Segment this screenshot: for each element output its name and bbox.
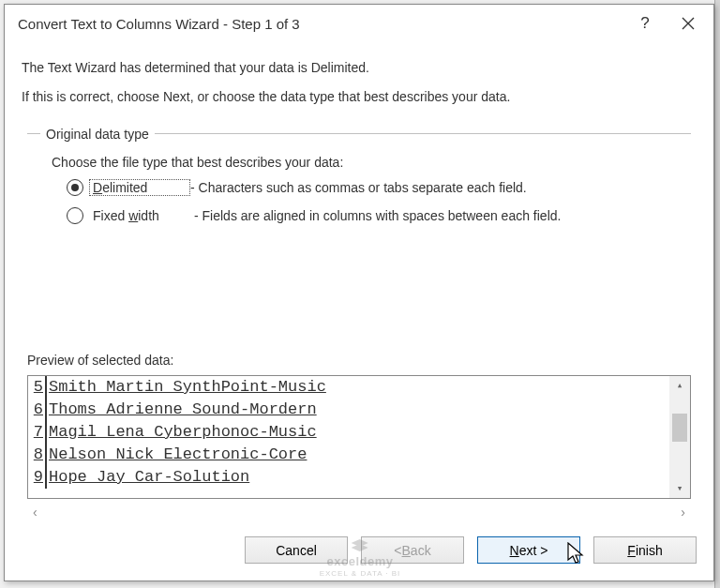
preview-content: 5Smith Martin SynthPoint-Music 6Thoms Ad… bbox=[30, 376, 668, 498]
titlebar: Convert Text to Columns Wizard - Step 1 … bbox=[5, 5, 713, 42]
finish-button[interactable]: Finish bbox=[593, 536, 697, 564]
intro-line-2: If this is correct, choose Next, or choo… bbox=[22, 88, 697, 106]
radio-fixed-width-desc: - Fields are aligned in columns with spa… bbox=[194, 208, 561, 223]
close-button[interactable] bbox=[667, 5, 710, 42]
radio-delimited-label: Delimited bbox=[89, 179, 190, 196]
preview-row: 7Magil Lena Cyberphonoc-Music bbox=[30, 421, 668, 444]
radio-fixed-width[interactable]: Fixed width - Fields are aligned in colu… bbox=[67, 207, 682, 224]
intro-line-1: The Text Wizard has determined that your… bbox=[22, 59, 697, 77]
cancel-button[interactable]: Cancel bbox=[245, 536, 348, 564]
preview-row: 8Nelson Nick Electronic-Core bbox=[30, 444, 668, 466]
spacer bbox=[22, 235, 697, 349]
intro-text: The Text Wizard has determined that your… bbox=[22, 55, 697, 117]
preview-row: 6Thoms Adrienne Sound-Mordern bbox=[30, 399, 668, 421]
radio-fixed-width-indicator bbox=[67, 207, 83, 224]
group-legend: Original data type bbox=[40, 127, 155, 142]
scroll-left-icon: ‹ bbox=[33, 505, 38, 523]
background-app-edge bbox=[714, 0, 720, 588]
preview-row: 9Hope Jay Car-Solution bbox=[30, 466, 668, 489]
scroll-thumb[interactable] bbox=[672, 414, 687, 442]
group-prompt: Choose the file type that best describes… bbox=[52, 155, 682, 170]
preview-box: 5Smith Martin SynthPoint-Music 6Thoms Ad… bbox=[27, 375, 691, 499]
radio-delimited[interactable]: Delimited - Characters such as commas or… bbox=[67, 179, 682, 196]
preview-row: 5Smith Martin SynthPoint-Music bbox=[30, 376, 668, 399]
radio-delimited-indicator bbox=[67, 179, 83, 196]
preview-label: Preview of selected data: bbox=[27, 353, 697, 368]
preview-vertical-scrollbar[interactable]: ▴ ▾ bbox=[669, 376, 690, 498]
scroll-up-icon: ▴ bbox=[669, 376, 690, 395]
scroll-down-icon: ▾ bbox=[669, 479, 690, 498]
next-button[interactable]: Next > bbox=[477, 536, 580, 564]
dialog-body: The Text Wizard has determined that your… bbox=[5, 42, 713, 527]
radio-fixed-width-label: Fixed width bbox=[93, 208, 194, 223]
help-button[interactable]: ? bbox=[623, 5, 667, 42]
preview-horizontal-scrollbar[interactable]: ‹ › bbox=[27, 505, 691, 523]
back-button: < Back bbox=[361, 536, 464, 564]
radio-delimited-desc: - Characters such as commas or tabs sepa… bbox=[190, 180, 527, 195]
original-data-type-group: Original data type Choose the file type … bbox=[27, 127, 691, 235]
dialog-title: Convert Text to Columns Wizard - Step 1 … bbox=[18, 16, 623, 32]
scroll-right-icon: › bbox=[681, 505, 685, 523]
close-icon bbox=[682, 17, 695, 30]
wizard-dialog: Convert Text to Columns Wizard - Step 1 … bbox=[4, 4, 714, 581]
button-row: Cancel < Back Next > Finish bbox=[5, 527, 713, 580]
